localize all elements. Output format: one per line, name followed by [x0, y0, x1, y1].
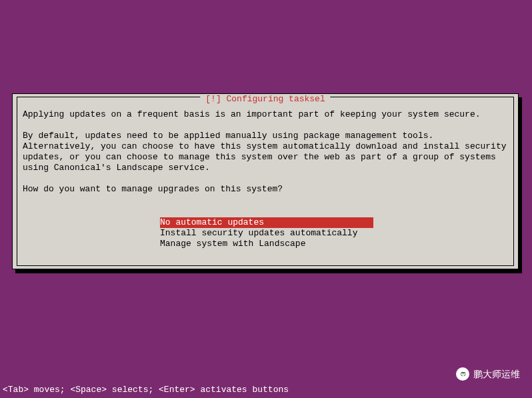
help-bar: <Tab> moves; <Space> selects; <Enter> ac… [3, 385, 289, 395]
dialog-content: Applying updates on a frequent basis is … [23, 109, 508, 205]
option-manage-with-landscape[interactable]: Manage system with Landscape [160, 239, 305, 249]
intro-text: Applying updates on a frequent basis is … [23, 109, 508, 120]
watermark-text: 鹏大师运维 [473, 369, 520, 379]
wechat-icon: ෆ [456, 367, 469, 381]
dialog-title: [!] Configuring tasksel [200, 94, 330, 105]
watermark: ෆ 鹏大师运维 [456, 367, 520, 381]
option-no-automatic-updates[interactable]: No automatic updates [160, 217, 373, 228]
option-install-security-updates[interactable]: Install security updates automatically [160, 228, 357, 238]
question-text: How do you want to manage upgrades on th… [23, 184, 508, 195]
tasksel-dialog: [!] Configuring tasksel Applying updates… [12, 93, 519, 269]
options-list: No automatic updates Install security up… [160, 217, 373, 249]
dialog-frame: [!] Configuring tasksel Applying updates… [17, 97, 514, 266]
title-text: [!] Configuring tasksel [205, 94, 325, 104]
body-text: By default, updates need to be applied m… [23, 131, 508, 173]
